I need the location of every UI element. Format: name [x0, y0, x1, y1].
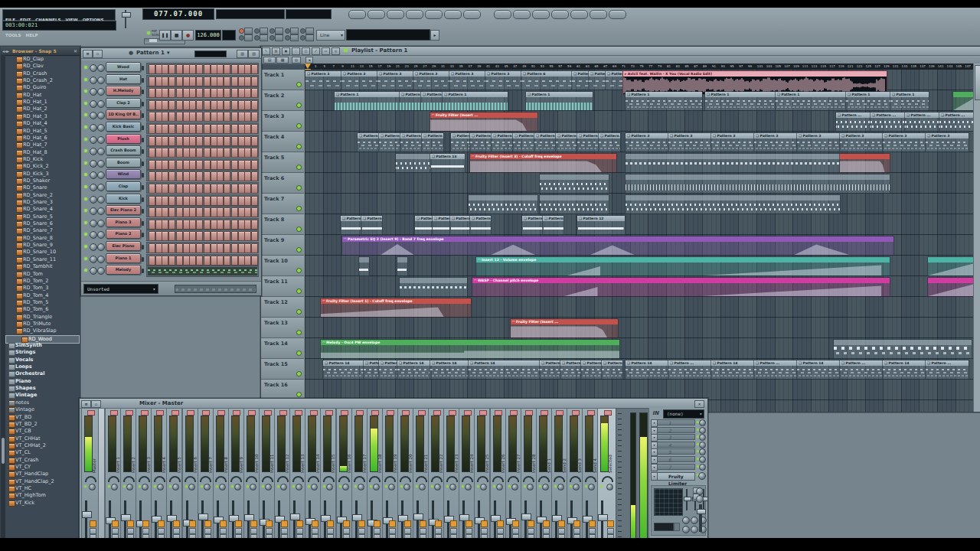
track-enable-led[interactable] [296, 103, 302, 108]
channel-enable-led[interactable] [84, 257, 87, 260]
strip-mute-button[interactable] [497, 528, 504, 534]
browser-item[interactable]: RD_Hat_1 [5, 99, 80, 106]
strip-pan-knob[interactable] [230, 476, 242, 482]
strip-enable-led[interactable] [154, 485, 156, 487]
channel-pan-knob[interactable] [90, 160, 97, 168]
step-cell[interactable] [189, 136, 196, 146]
browser-item[interactable]: RD_Tom_4 [5, 292, 80, 299]
pattern-clip[interactable] [358, 256, 370, 276]
channel-enable-led[interactable] [84, 102, 87, 105]
strip-enable-led[interactable] [508, 485, 511, 487]
step-cell[interactable] [168, 77, 175, 86]
browser-close-icon[interactable]: ✕ [74, 47, 80, 55]
step-cell[interactable] [251, 77, 258, 86]
strip-enable-led[interactable] [339, 485, 341, 487]
pattern-clip[interactable]: ❑ Pattern 3 [305, 70, 342, 90]
step-cell[interactable] [231, 160, 238, 170]
step-cell[interactable] [189, 171, 196, 181]
pattern-clip[interactable] [833, 339, 972, 359]
fx-slot-mix-knob[interactable] [698, 472, 706, 480]
channel-mute-dot[interactable] [142, 66, 144, 70]
pattern-clip[interactable]: ❑ Pattern 6 [521, 70, 573, 90]
channel-pan-knob[interactable] [90, 207, 97, 215]
strip-solo-button[interactable] [528, 534, 534, 538]
strip-pan-knob[interactable] [277, 476, 289, 482]
browser-item[interactable]: RD_Triangle [5, 314, 80, 321]
step-cell[interactable] [149, 88, 155, 98]
strip-mute-button[interactable] [543, 528, 550, 534]
strip-mute-button[interactable] [266, 528, 273, 534]
strip-pan-knob[interactable] [200, 476, 211, 482]
pattern-clip[interactable]: ❑ Pattern 8 [469, 215, 492, 235]
strip-fx-enable-button[interactable] [497, 520, 504, 527]
step-cell[interactable] [217, 220, 224, 230]
channel-name-button[interactable]: Elec Piano [106, 241, 141, 251]
strip-mute-button[interactable] [481, 528, 488, 534]
fx-slot[interactable]: ▾6 [651, 456, 706, 462]
channel-volume-knob[interactable] [97, 77, 105, 84]
strip-pan-knob[interactable] [154, 476, 165, 482]
step-cell[interactable] [251, 243, 258, 253]
mixer-strip[interactable]: Insert 16 [336, 408, 352, 538]
track-enable-led[interactable] [296, 309, 302, 315]
pattern-clip[interactable]: ❑ Pattern 1 [704, 91, 776, 111]
strip-mute-button[interactable] [420, 528, 426, 534]
playlist-grid-button[interactable]: ▦ [276, 57, 289, 64]
mute-icon[interactable]: ◌ [292, 47, 300, 55]
fx-slot-mix-knob[interactable] [699, 442, 706, 448]
pattern-clip[interactable]: ❑ Pattern 14 [882, 360, 926, 380]
strip-pan-knob[interactable] [308, 476, 319, 482]
step-cell[interactable] [244, 220, 251, 230]
pattern-clip[interactable]: ❑ Pattern 14 [468, 360, 541, 380]
step-cell[interactable] [162, 112, 168, 122]
rack-detach-button[interactable]: ▫ [93, 50, 103, 58]
step-cell[interactable] [162, 160, 168, 170]
pattern-clip[interactable]: ❑ Pattern ... [450, 132, 471, 152]
mixer-strip[interactable]: Insert 12 [274, 408, 290, 538]
step-cell[interactable] [251, 64, 258, 74]
pattern-clip[interactable]: ❑ Pattern 3 [577, 132, 599, 152]
pattern-clip[interactable]: ❑ Pattern 3 [377, 70, 414, 90]
strip-enable-led[interactable] [493, 485, 495, 487]
pattern-clip[interactable]: ❑ Pattern 1 [525, 91, 593, 111]
automation-clip[interactable]: ◠ Fruity Filter (Insert ... [430, 112, 538, 132]
pattern-clip[interactable]: ❑ Pattern 14 [625, 360, 669, 380]
strip-stereo-knob[interactable] [126, 484, 133, 491]
strip-solo-button[interactable] [266, 534, 273, 538]
automation-clip[interactable] [927, 256, 973, 276]
step-cell[interactable] [251, 220, 258, 230]
strip-solo-button[interactable] [204, 534, 211, 538]
channel-name-button[interactable]: Clap 2 [106, 98, 141, 108]
browser-item[interactable]: RD_Guiro [5, 84, 80, 91]
channel-name-button[interactable]: Piano 1 [106, 253, 141, 263]
strip-stereo-knob[interactable] [234, 484, 241, 491]
pattern-clip[interactable]: ❑ Pattern 3 [925, 132, 969, 152]
channel-name-button[interactable]: Piano 2 [106, 229, 141, 239]
snap-tool-button[interactable] [305, 28, 314, 34]
pattern-clip[interactable]: ❑ Pattern 3 [555, 132, 578, 152]
track-enable-led[interactable] [296, 185, 302, 191]
step-cell[interactable] [196, 100, 203, 110]
pattern-clip[interactable]: ❑ Pattern 3 [753, 132, 798, 152]
playlist-track-header[interactable]: Track 15 [261, 359, 304, 380]
strip-fx-enable-button[interactable] [173, 520, 180, 527]
strip-pan-knob[interactable] [602, 476, 613, 482]
channel-enable-led[interactable] [84, 233, 87, 236]
strip-enable-led[interactable] [169, 485, 172, 487]
browser-item[interactable]: VT_HandClap_2 [5, 478, 80, 485]
strip-mute-button[interactable] [158, 528, 165, 534]
channel-enable-led[interactable] [84, 221, 87, 224]
step-cell[interactable] [251, 207, 258, 217]
step-cell[interactable] [251, 231, 258, 241]
toolbar-pill-button[interactable] [463, 10, 481, 19]
browser-item[interactable]: VT_CL [5, 449, 80, 456]
step-cell[interactable] [231, 124, 238, 134]
strip-mute-button[interactable] [127, 528, 134, 534]
main-volume-slider[interactable] [121, 9, 130, 29]
strip-enable-led[interactable] [370, 485, 372, 487]
channel-pan-knob[interactable] [90, 77, 97, 84]
playlist-track-header[interactable]: Track 1 [261, 70, 304, 90]
playlist-scroll-left-button[interactable]: ◂ [305, 57, 313, 64]
mixer-strip[interactable]: Send 2 [551, 408, 567, 538]
strip-fx-enable-button[interactable] [543, 520, 550, 527]
